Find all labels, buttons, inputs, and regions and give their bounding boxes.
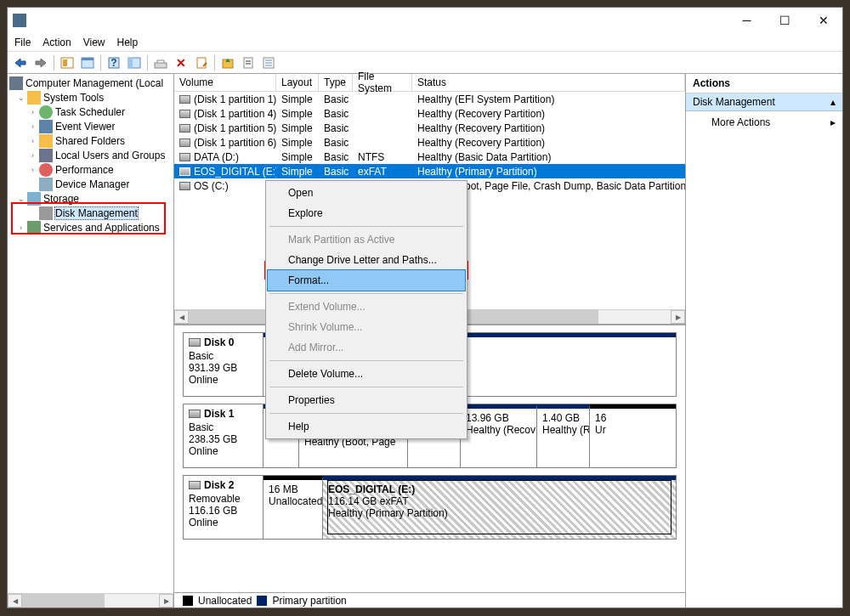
- drive-icon: [189, 410, 201, 418]
- list-header: Volume Layout Type File System Status: [174, 74, 685, 92]
- col-status[interactable]: Status: [412, 74, 685, 91]
- help-button[interactable]: ?: [105, 54, 123, 72]
- ctx-properties[interactable]: Properties: [268, 390, 465, 410]
- disk-1-partition-3[interactable]: 13.96 GBHealthy (Recov: [461, 404, 537, 467]
- ctx-open[interactable]: Open: [268, 183, 465, 203]
- titlebar: ─ ☐ ✕: [8, 8, 842, 33]
- menu-help[interactable]: Help: [117, 37, 139, 48]
- toolbar-action-icon[interactable]: [239, 54, 258, 72]
- tree-local-users[interactable]: ›Local Users and Groups: [8, 148, 173, 162]
- svg-rect-7: [155, 63, 167, 68]
- toolbar-settings-icon[interactable]: [125, 54, 144, 72]
- menubar: File Action View Help: [8, 33, 842, 52]
- tree-device-manager[interactable]: Device Manager: [8, 177, 173, 191]
- ctx-mirror: Add Mirror...: [268, 337, 465, 358]
- legend-primary: Primary partition: [272, 595, 346, 607]
- disk-2-partition-eos[interactable]: EOS_DIGITAL (E:)116.14 GB exFATHealthy (…: [323, 476, 676, 539]
- tree-storage[interactable]: ⌄Storage: [8, 191, 173, 206]
- col-type[interactable]: Type: [319, 74, 353, 91]
- volume-icon: [179, 167, 190, 176]
- volume-row[interactable]: (Disk 1 partition 6)SimpleBasicHealthy (…: [174, 135, 685, 150]
- disk-2-partition-0[interactable]: 16 MBUnallocated: [264, 476, 323, 539]
- tree-shared-folders[interactable]: ›Shared Folders: [8, 133, 173, 148]
- volume-icon: [179, 153, 190, 161]
- toolbar-list-icon[interactable]: [259, 54, 278, 72]
- tree-performance[interactable]: ›Performance: [8, 162, 173, 177]
- volume-row[interactable]: (Disk 1 partition 5)SimpleBasicHealthy (…: [174, 121, 685, 135]
- disk-1-partition-5[interactable]: 16Ur: [590, 404, 676, 467]
- legend-swatch-unallocated: [183, 596, 193, 606]
- drive-icon: [189, 338, 201, 347]
- legend: Unallocated Primary partition: [174, 592, 685, 608]
- volume-row[interactable]: (Disk 1 partition 4)SimpleBasicHealthy (…: [174, 106, 685, 121]
- refresh-button[interactable]: [151, 54, 170, 72]
- col-volume[interactable]: Volume: [174, 74, 276, 91]
- ctx-format[interactable]: Format...: [268, 270, 465, 291]
- volume-row[interactable]: DATA (D:)SimpleBasicNTFSHealthy (Basic D…: [174, 150, 685, 164]
- app-icon: [13, 14, 26, 27]
- minimize-button[interactable]: ─: [728, 8, 766, 33]
- svg-text:?: ?: [110, 57, 116, 69]
- disk-1-partition-4[interactable]: 1.40 GBHealthy (R: [537, 404, 590, 467]
- toolbar: ? ✕: [8, 52, 842, 74]
- properties-icon[interactable]: [192, 54, 211, 72]
- menu-action[interactable]: Action: [42, 37, 71, 48]
- volume-icon: [179, 138, 190, 147]
- disk-2-label: Disk 2 Removable 116.16 GB Online: [184, 476, 264, 539]
- actions-pane: Actions Disk Management▴ More Actions▸: [686, 74, 842, 608]
- ctx-help[interactable]: Help: [268, 416, 465, 437]
- tree-root[interactable]: Computer Management (Local: [8, 76, 173, 90]
- svg-rect-11: [246, 60, 251, 62]
- tree-system-tools[interactable]: ⌄System Tools: [8, 90, 173, 105]
- svg-rect-6: [128, 58, 133, 68]
- toolbar-view-icon[interactable]: [78, 54, 97, 72]
- forward-button[interactable]: [31, 54, 50, 72]
- actions-header: Actions: [686, 74, 842, 93]
- context-menu: Open Explore Mark Partition as Active Ch…: [265, 180, 468, 439]
- ctx-shrink: Shrink Volume...: [268, 317, 465, 337]
- menu-view[interactable]: View: [83, 37, 105, 48]
- disk-2[interactable]: Disk 2 Removable 116.16 GB Online 16 MBU…: [183, 475, 677, 540]
- tree-services-apps[interactable]: ›Services and Applications: [8, 220, 173, 235]
- svg-rect-2: [82, 58, 94, 60]
- legend-swatch-primary: [257, 596, 267, 606]
- col-fs[interactable]: File System: [353, 74, 412, 91]
- volume-icon: [179, 124, 190, 133]
- delete-button[interactable]: ✕: [172, 54, 190, 72]
- toolbar-up-icon[interactable]: [218, 54, 237, 72]
- ctx-extend: Extend Volume...: [268, 297, 465, 317]
- svg-rect-12: [246, 63, 251, 65]
- ctx-change-letter[interactable]: Change Drive Letter and Paths...: [268, 250, 465, 270]
- ctx-mark-active: Mark Partition as Active: [268, 229, 465, 250]
- navigation-tree-pane: Computer Management (Local ⌄System Tools…: [8, 74, 174, 608]
- tree-event-viewer[interactable]: ›Event Viewer: [8, 119, 173, 133]
- tree-task-scheduler[interactable]: ›Task Scheduler: [8, 105, 173, 119]
- volume-icon: [179, 182, 190, 190]
- volume-icon: [179, 95, 190, 104]
- drive-icon: [189, 481, 201, 489]
- ctx-delete[interactable]: Delete Volume...: [268, 364, 465, 384]
- volume-icon: [179, 110, 190, 118]
- tree-disk-management[interactable]: Disk Management: [8, 206, 173, 220]
- disk-0-label: Disk 0 Basic 931.39 GB Online: [184, 333, 264, 396]
- actions-more[interactable]: More Actions▸: [686, 111, 842, 133]
- col-layout[interactable]: Layout: [276, 74, 319, 91]
- collapse-icon: ▴: [830, 96, 836, 108]
- back-button[interactable]: [11, 54, 30, 72]
- legend-unallocated: Unallocated: [198, 595, 252, 607]
- volume-row[interactable]: (Disk 1 partition 1)SimpleBasicHealthy (…: [174, 92, 685, 106]
- actions-disk-management[interactable]: Disk Management▴: [686, 93, 842, 111]
- maximize-button[interactable]: ☐: [766, 8, 804, 33]
- ctx-explore[interactable]: Explore: [268, 203, 465, 223]
- menu-file[interactable]: File: [14, 37, 31, 48]
- chevron-right-icon: ▸: [830, 116, 836, 128]
- svg-rect-8: [197, 58, 206, 68]
- disk-1-label: Disk 1 Basic 238.35 GB Online: [184, 404, 264, 467]
- show-hide-tree-button[interactable]: [58, 54, 76, 72]
- volume-row[interactable]: EOS_DIGITAL (E:)SimpleBasicexFATHealthy …: [174, 164, 685, 178]
- close-button[interactable]: ✕: [804, 8, 842, 33]
- tree-scrollbar[interactable]: ◀ ▶: [8, 593, 173, 608]
